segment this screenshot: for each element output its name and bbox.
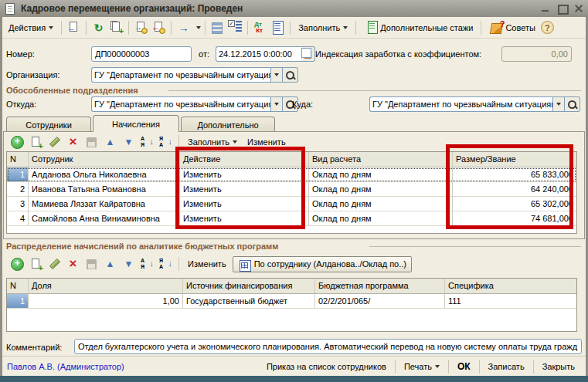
maximize-icon[interactable] (558, 5, 566, 12)
share-cell[interactable]: 1,00 (29, 294, 183, 308)
amount-cell[interactable]: 64 240,000 (453, 182, 576, 196)
from-field[interactable]: ГУ "Департамент по чрезвычайным ситуация (91, 96, 270, 112)
add-copy-row-icon[interactable]: + (28, 134, 44, 150)
employee-cell[interactable]: Алданова Ольга Николаевна (29, 167, 180, 181)
distribution-change-button[interactable]: Изменить (184, 255, 230, 272)
date-field[interactable]: 24.12.2015 0:00:00 (216, 46, 301, 62)
refresh-icon[interactable] (90, 19, 107, 35)
column-header-action[interactable]: Действие (180, 152, 309, 167)
calc-type-cell[interactable]: Оклад по дням (309, 167, 453, 181)
sort-ascending-icon[interactable] (139, 256, 155, 272)
additional-stages-button[interactable]: Дополнительные стажи (360, 19, 477, 36)
tips-button[interactable]: Советы (485, 19, 539, 36)
chevron-down-icon[interactable] (196, 26, 201, 29)
column-header-source[interactable]: Источник финансирования (183, 279, 315, 293)
move-up-icon[interactable] (102, 134, 118, 150)
amount-cell[interactable]: 65 833,000 (453, 167, 576, 181)
edit-row-icon[interactable] (46, 256, 63, 272)
copy-document-icon[interactable]: + (108, 19, 124, 35)
employee-cell[interactable]: Мамиева Ляззат Кайратовна (29, 197, 180, 211)
debit-credit-icon[interactable] (252, 19, 268, 35)
organization-field[interactable]: ГУ "Департамент по чрезвычайным ситуация (91, 67, 270, 83)
fill-button[interactable]: Заполнить (294, 19, 352, 36)
calc-type-cell[interactable]: Оклад по дням (309, 211, 453, 225)
delete-row-icon[interactable] (65, 134, 81, 150)
column-header-n[interactable]: N (7, 152, 29, 167)
ok-button[interactable]: ОК (451, 359, 477, 374)
sort-descending-icon[interactable] (158, 134, 174, 150)
action-cell[interactable]: Изменить (180, 167, 309, 181)
unpost-document-icon[interactable] (151, 19, 167, 35)
dropdown-icon[interactable] (552, 96, 565, 112)
indexation-checkbox[interactable] (301, 48, 311, 58)
column-header-amount[interactable]: Размер/Звание (453, 152, 576, 167)
column-header-share[interactable]: Доля (29, 279, 183, 293)
post-document-icon[interactable] (133, 19, 149, 35)
save-button[interactable]: Записать (482, 359, 531, 374)
action-cell[interactable]: Изменить (180, 197, 309, 211)
move-up-icon[interactable] (102, 256, 118, 272)
action-cell[interactable]: Изменить (180, 211, 309, 225)
column-header-n[interactable]: N (7, 279, 29, 293)
table-row[interactable]: 2 Иванова Татьяна Романовна Изменить Окл… (7, 182, 576, 197)
add-row-icon[interactable] (9, 256, 25, 272)
dropdown-icon[interactable] (270, 67, 283, 83)
edit-row-icon[interactable] (46, 134, 63, 150)
actions-button[interactable]: Действия (5, 19, 57, 36)
by-employee-button[interactable]: По сотруднику (Алданова../Оклад по..) (233, 256, 412, 272)
lookup-button[interactable] (565, 96, 580, 112)
lookup-button[interactable] (283, 67, 298, 83)
move-down-icon[interactable] (121, 134, 137, 150)
specifics-cell[interactable]: 111 (445, 294, 576, 308)
amount-cell[interactable]: 74 681,000 (453, 211, 576, 225)
comment-field[interactable]: Отдел бухгалтерского учета и экономическ… (74, 339, 582, 354)
table-row[interactable]: 1 Алданова Ольга Николаевна Изменить Окл… (7, 167, 576, 182)
order-list-button[interactable]: Приказ на список сотрудников (260, 359, 393, 374)
table-row[interactable]: 1 1,00 Государственный бюджет 02/2/201/0… (7, 294, 576, 309)
column-header-calc-type[interactable]: Вид расчета (309, 152, 453, 167)
tab-employees[interactable]: Сотрудники (6, 117, 91, 132)
tab-accruals[interactable]: Начисления (93, 115, 179, 132)
row-number-cell[interactable]: 1 (7, 294, 29, 308)
number-field[interactable]: ДП000000003 (91, 46, 192, 62)
row-number-cell[interactable]: 3 (7, 197, 29, 211)
reread-document-icon[interactable] (66, 19, 82, 35)
table-row[interactable]: 4 Самойлова Анна Виниаминовна Изменить О… (7, 211, 576, 226)
close-button[interactable]: Закрыть (536, 359, 581, 374)
current-user-link[interactable]: Павлов А.В. (Администратор) (7, 362, 124, 371)
table-row[interactable]: 3 Мамиева Ляззат Кайратовна Изменить Окл… (7, 197, 576, 211)
help-icon[interactable] (541, 21, 554, 34)
tab-additional[interactable]: Дополнительно (181, 117, 275, 132)
add-row-icon[interactable] (9, 134, 25, 150)
list-settings-icon[interactable] (209, 19, 226, 35)
accruals-fill-button[interactable]: Заполнить (184, 134, 241, 150)
close-icon[interactable] (574, 5, 583, 12)
columns-settings-icon[interactable] (227, 19, 243, 35)
add-copy-row-icon[interactable]: + (28, 256, 44, 272)
action-cell[interactable]: Изменить (180, 182, 309, 196)
column-header-employee[interactable]: Сотрудник (29, 152, 180, 167)
dropdown-icon[interactable] (270, 96, 283, 112)
document-structure-icon[interactable] (270, 19, 286, 35)
program-cell[interactable]: 02/2/201/065/ (315, 294, 445, 308)
calc-type-cell[interactable]: Оклад по дням (309, 197, 453, 211)
source-cell[interactable]: Государственный бюджет (183, 294, 315, 308)
calc-type-cell[interactable]: Оклад по дням (309, 182, 453, 196)
row-number-cell[interactable]: 2 (7, 182, 29, 196)
delete-row-icon[interactable] (65, 256, 81, 272)
amount-cell[interactable]: 65 302,000 (453, 197, 576, 211)
row-number-cell[interactable]: 4 (7, 211, 29, 225)
go-to-icon[interactable] (175, 19, 192, 35)
title-bar[interactable]: Кадровое перемещение организаций: Провед… (0, 0, 588, 17)
minimize-icon[interactable] (542, 5, 550, 12)
column-header-program[interactable]: Бюджетная программа (315, 279, 445, 293)
employee-cell[interactable]: Самойлова Анна Виниаминовна (29, 211, 180, 225)
print-button[interactable]: Печать (398, 359, 446, 374)
accruals-change-button[interactable]: Изменить (243, 134, 290, 150)
to-field[interactable]: ГУ "Департамент по чрезвычайным ситуация… (369, 96, 552, 112)
sort-descending-icon[interactable] (158, 256, 174, 272)
move-down-icon[interactable] (121, 256, 137, 272)
sort-ascending-icon[interactable] (139, 134, 155, 150)
column-header-specifics[interactable]: Специфика (445, 279, 576, 293)
row-number-cell[interactable]: 1 (7, 167, 29, 181)
